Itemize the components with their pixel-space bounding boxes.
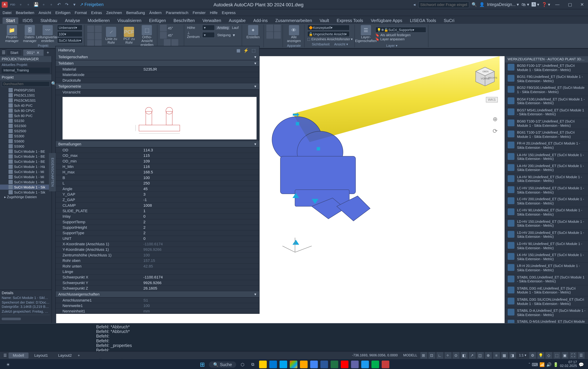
tree-item[interactable]: Sch 80 CPVC — [0, 108, 52, 113]
explorer-icon[interactable] — [259, 361, 267, 368]
palette-item[interactable]: LC-HV 150,Undefined_ET (SuCri Module 1 -… — [505, 185, 588, 196]
open-icon[interactable]: ▫ — [25, 1, 32, 8]
app4-icon[interactable] — [361, 361, 369, 368]
ribbon-tab-vault[interactable]: Vault — [316, 17, 333, 24]
app-exchange-icon[interactable]: 🅰 ▾ — [532, 2, 539, 7]
menu-datei[interactable]: Datei — [2, 10, 11, 15]
view-cube[interactable]: VORNERECHTSOBEN — [472, 65, 498, 90]
tray-wifi-icon[interactable]: 📶 — [539, 362, 545, 367]
palette-item[interactable]: LD-HV 150,Undefined_ET (SuCri Module 1 -… — [505, 218, 588, 229]
ribbon-tab-modellieren[interactable]: Modellieren — [84, 17, 113, 24]
anno-toggle[interactable]: ⚙ — [529, 352, 536, 359]
ribbon-tab-lisega-tools[interactable]: LISEGA Tools — [407, 17, 440, 24]
lwt-toggle[interactable]: ≡ — [493, 352, 500, 359]
appsm4[interactable] — [274, 32, 281, 39]
hw-toggle[interactable]: ⬚ — [554, 352, 560, 359]
ribbon-tab-visualisieren[interactable]: Visualisieren — [114, 17, 145, 24]
tab-start[interactable]: Start — [6, 49, 22, 56]
property-row[interactable]: Y_GAP3 — [56, 192, 259, 197]
section-teildaten[interactable]: Teildaten▾ — [56, 60, 259, 67]
app3-icon[interactable] — [341, 361, 348, 368]
property-row[interactable]: X-Koordinate (Anschluss 1)-1100.6174 — [56, 242, 259, 247]
visual-style-combo[interactable]: 🔶 Konzeptuell ▾ — [307, 25, 350, 31]
ducs-toggle[interactable]: ◫ — [477, 352, 483, 359]
grid-toggle[interactable]: ⊞ — [420, 352, 427, 359]
menu-hilfe[interactable]: Hilfe — [210, 10, 218, 15]
props-quick-icon[interactable]: ⚡ — [243, 47, 249, 53]
saveas-icon[interactable]: ▫ — [41, 1, 47, 8]
otrack-toggle[interactable]: ↗ — [469, 352, 475, 359]
palette-item[interactable]: BG52 F80/100,Undefined_ET (SuCri Module … — [505, 85, 588, 96]
tree-item[interactable]: SuCri Module 1 - BE — [0, 159, 52, 164]
palette-list[interactable]: BG50 F100-1/2",Undefined_ET (SuCri Modul… — [505, 62, 588, 323]
appsm1[interactable] — [266, 25, 273, 31]
tree-item[interactable]: Sch 40 PVC — [0, 103, 52, 108]
undo-icon[interactable]: ↶ — [56, 1, 62, 8]
menu-zeichnen[interactable]: Zeichnen — [106, 10, 122, 15]
palette-item[interactable]: LA-HV 150,Undefined_ET (SuCri Module 1 -… — [505, 152, 588, 163]
model-tab-layout1[interactable]: Layout1 — [30, 352, 52, 358]
pcf-to-pipe-button[interactable]: PCFPCF zu Rohr — [121, 26, 138, 45]
app2-icon[interactable] — [310, 361, 318, 368]
tree-item[interactable]: SS600 — [0, 139, 52, 144]
edge-icon[interactable] — [269, 361, 277, 368]
ribbon-tab-stahlbau[interactable]: Stahlbau — [37, 17, 61, 24]
ribbon-tab-einfügen[interactable]: Einfügen — [146, 17, 169, 24]
property-row[interactable]: B100 — [56, 175, 259, 181]
palette-item[interactable]: STABIL D3G,Undefined_ET (SuCri Module 1 … — [505, 274, 588, 285]
polar-toggle[interactable]: ✧ — [444, 352, 451, 359]
property-row[interactable]: OD_min109 — [56, 159, 259, 164]
chrome-icon[interactable] — [290, 361, 298, 368]
tree-item[interactable]: SuCri Module 1 - Mi — [0, 174, 52, 180]
appsm2[interactable] — [274, 25, 281, 31]
sm-btn-6[interactable] — [95, 40, 102, 47]
help-search-input[interactable] — [418, 1, 469, 8]
palette-item[interactable]: LD-HV 90,Undefined_ET (SuCri Module 1 - … — [505, 241, 588, 252]
menu-express[interactable]: Express — [222, 10, 236, 15]
sm-btn-1[interactable] — [87, 25, 94, 32]
tree-item[interactable]: SuCri Module 1 - Sik — [0, 190, 52, 195]
tree-item-selected[interactable]: SuCri Module 1 - Sik — [0, 184, 52, 190]
property-row[interactable]: SLIDE_PLATE1 — [56, 208, 259, 214]
ribbon-tab-isos[interactable]: ISOS — [19, 17, 36, 24]
route-pipe-button[interactable]: 〰Leitungsverlauf erstellen — [39, 25, 56, 43]
section-teilgeometrie[interactable]: Teilgeometrie▾ — [56, 83, 259, 90]
palette-item[interactable]: LK-HV 150,Undefined_ET (SuCri Module 1 -… — [505, 252, 588, 263]
property-row[interactable]: Inlay0 — [56, 214, 259, 219]
angle1-btn[interactable] — [160, 25, 167, 31]
tree-item[interactable]: SS300 — [0, 133, 52, 139]
model-tabs-menu-icon[interactable]: ☰ — [3, 353, 7, 357]
property-row[interactable]: Schwerpunkt X-1100.6174 — [56, 275, 259, 280]
data-manager-button[interactable]: 🗄Daten- manager — [21, 25, 38, 43]
show-all-button[interactable]: 👁Alle anzeigen — [285, 25, 303, 43]
sm-btn-4[interactable] — [95, 25, 102, 32]
windows-start-icon[interactable]: ⊞ — [199, 361, 206, 368]
ribbon-tab-ausgabe[interactable]: Ausgabe — [225, 17, 249, 24]
info-search-prev-icon[interactable]: ◂ — [413, 2, 415, 7]
sm-btn-5[interactable] — [95, 33, 102, 40]
palette-item[interactable]: STABIL D3G mE,Undefined_ET (SuCri Module… — [505, 285, 588, 296]
property-row[interactable]: SupportHeight2 — [56, 225, 259, 230]
outlook-icon[interactable] — [280, 361, 287, 368]
word-icon[interactable] — [320, 361, 328, 368]
app5-icon[interactable] — [371, 361, 379, 368]
user-menu[interactable]: IntegaDesign... ▾ — [487, 2, 519, 7]
file-tabs-menu-icon[interactable]: ☰ — [2, 50, 5, 55]
property-row[interactable]: H_Min116 — [56, 164, 259, 170]
ribbon-tab-start[interactable]: Start — [2, 17, 18, 24]
elev-sm1[interactable] — [164, 39, 171, 46]
basket-icon[interactable]: 🛍 ▾ — [522, 2, 529, 7]
ribbon-tab-analyse[interactable]: Analyse — [62, 17, 84, 24]
wks-badge[interactable]: WKS — [486, 97, 498, 102]
ribbon-tab-express-tools[interactable]: Express Tools — [333, 17, 367, 24]
palette-item[interactable]: BG60 T100-1/2",Undefined_ET (SuCri Modul… — [505, 118, 588, 129]
create-button[interactable]: ✦Erstellen — [245, 25, 262, 40]
props-select-icon[interactable]: ▦ — [235, 47, 241, 53]
model-tab-modell[interactable]: Modell — [9, 352, 28, 358]
ortho-toggle[interactable]: ∟ — [436, 352, 443, 359]
sm-btn-3[interactable] — [87, 40, 94, 47]
palette-item[interactable]: STABIL D-A,Undefined_ET (SuCri Module 1 … — [505, 308, 588, 319]
property-row[interactable]: Z_GAP-1 — [56, 197, 259, 203]
palette-item[interactable]: BG61 T100-1/2",Undefined_ET (SuCri Modul… — [505, 129, 588, 140]
qp-toggle[interactable]: ◨ — [509, 352, 516, 359]
